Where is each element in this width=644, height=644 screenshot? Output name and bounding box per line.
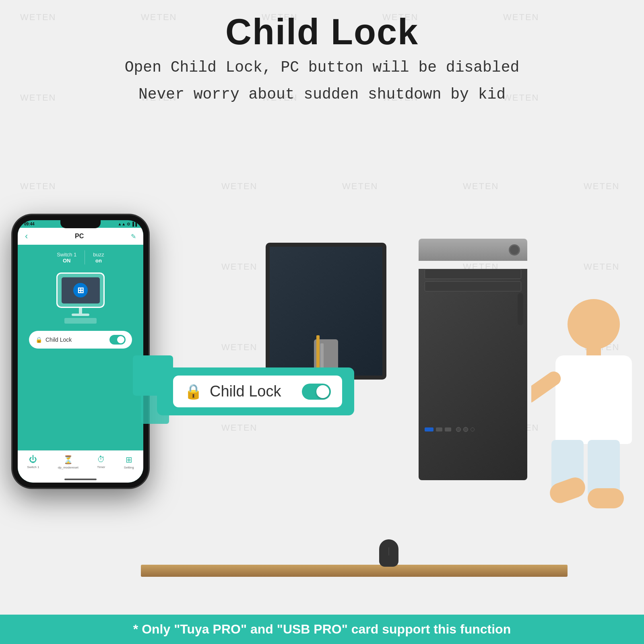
banner-lock-icon: 🔒 [184, 383, 202, 400]
child-lock-inner-card[interactable]: 🔒 Child Lock [173, 376, 342, 407]
power-icon: ⏻ [29, 455, 37, 464]
buzz-name: buzz [93, 252, 104, 258]
note-suffix: card support this function [348, 622, 511, 636]
subtitle-line1: Open Child Lock, PC button will be disab… [0, 56, 644, 79]
banner-teal-bg: 🔒 Child Lock [157, 367, 354, 415]
content-area: 09:44 ▲▲ ⊙ ▐▐ ‹ PC ✎ Switch 1 ON [0, 106, 644, 629]
phone-lock-icon: 🔒 [35, 336, 42, 343]
nav-dp-label: dp_modereset [58, 466, 78, 469]
phone-mockup: 09:44 ▲▲ ⊙ ▐▐ ‹ PC ✎ Switch 1 ON [12, 215, 149, 488]
nav-switch1[interactable]: ⏻ Switch 1 [27, 455, 39, 469]
status-time: 09:44 [24, 222, 35, 226]
nav-setting-label: Setting [124, 466, 134, 469]
desk-surface [141, 565, 568, 577]
nav-dp[interactable]: ⏳ dp_modereset [58, 455, 78, 469]
hourglass-icon: ⏳ [63, 455, 73, 464]
switch1-item: Switch 1 ON [49, 252, 85, 264]
banner-child-lock-toggle[interactable] [302, 384, 331, 400]
phone-back-button[interactable]: ‹ [25, 232, 28, 241]
monitor-stand-neck [79, 308, 82, 314]
phone-bottom-nav: ⏻ Switch 1 ⏳ dp_modereset ⏱ Timer ⊞ Sett… [18, 450, 143, 483]
page-header: Child Lock Open Child Lock, PC button wi… [0, 0, 644, 106]
windows-logo: ⊞ [73, 283, 88, 297]
main-title: Child Lock [0, 12, 644, 52]
child-lock-banner: 🔒 Child Lock [157, 367, 354, 415]
phone-child-lock-toggle[interactable] [109, 335, 126, 345]
pc-tower [419, 239, 527, 472]
timer-icon: ⏱ [97, 455, 105, 464]
pc-monitor-icon: ⊞ [56, 272, 105, 308]
note-brand1: "Tuya PRO" [174, 622, 247, 636]
phone-switches-row: Switch 1 ON buzz on [18, 250, 143, 264]
pc-graphic: ⊞ [18, 272, 143, 324]
bottom-note-bar: * Only "Tuya PRO" and "USB PRO" card sup… [0, 615, 644, 644]
phone-child-lock-label: Child Lock [45, 336, 106, 343]
nav-switch1-label: Switch 1 [27, 465, 39, 469]
nav-timer-label: Timer [97, 465, 105, 469]
phone-edit-button[interactable]: ✎ [131, 233, 136, 240]
baby-figure [531, 287, 644, 561]
status-icons: ▲▲ ⊙ ▐▐ [118, 222, 137, 226]
phone-child-lock-row[interactable]: 🔒 Child Lock [29, 331, 132, 349]
phone-notch [60, 220, 101, 228]
buzz-item: buzz on [85, 252, 112, 264]
note-middle: and [247, 622, 277, 636]
bottom-note-text: * Only "Tuya PRO" and "USB PRO" card sup… [16, 622, 628, 637]
monitor-screen-icon: ⊞ [62, 277, 100, 303]
nav-setting[interactable]: ⊞ Setting [124, 455, 134, 469]
buzz-status: on [93, 258, 104, 264]
monitor-stand-base [72, 314, 89, 316]
note-prefix: * Only [133, 622, 174, 636]
phone-nav-bar: ‹ PC ✎ [18, 228, 143, 245]
note-brand2: "USB PRO" [277, 622, 348, 636]
nav-timer[interactable]: ⏱ Timer [97, 455, 105, 469]
home-indicator [64, 479, 97, 480]
switch1-name: Switch 1 [57, 252, 76, 258]
phone-screen-title: PC [75, 233, 84, 240]
grid-icon: ⊞ [126, 455, 132, 464]
phone-frame: 09:44 ▲▲ ⊙ ▐▐ ‹ PC ✎ Switch 1 ON [12, 215, 149, 488]
mouse [379, 539, 398, 567]
banner-child-lock-label: Child Lock [210, 383, 295, 400]
switch1-status: ON [57, 258, 76, 264]
subtitle-line2: Never worry about sudden shutdown by kid [0, 83, 644, 106]
phone-screen: 09:44 ▲▲ ⊙ ▐▐ ‹ PC ✎ Switch 1 ON [18, 220, 143, 483]
